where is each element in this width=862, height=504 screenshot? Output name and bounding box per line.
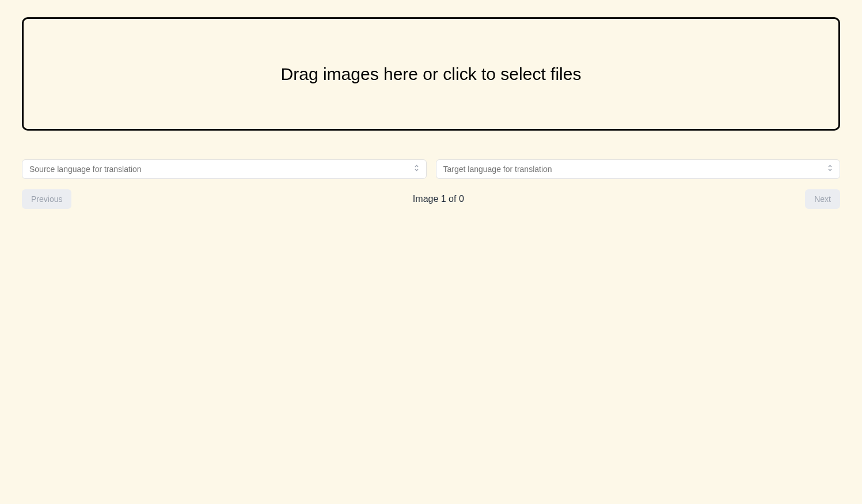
navigation-row: Previous Image 1 of 0 Next bbox=[22, 189, 840, 209]
image-counter-label: Image 1 of 0 bbox=[413, 194, 464, 204]
image-dropzone[interactable]: Drag images here or click to select file… bbox=[22, 17, 840, 131]
next-button[interactable]: Next bbox=[805, 189, 840, 209]
target-language-wrapper bbox=[436, 159, 841, 179]
dropzone-instruction: Drag images here or click to select file… bbox=[281, 64, 582, 84]
source-language-select[interactable] bbox=[22, 159, 427, 179]
target-language-select[interactable] bbox=[436, 159, 841, 179]
language-selection-row bbox=[22, 159, 840, 179]
previous-button[interactable]: Previous bbox=[22, 189, 71, 209]
source-language-wrapper bbox=[22, 159, 427, 179]
